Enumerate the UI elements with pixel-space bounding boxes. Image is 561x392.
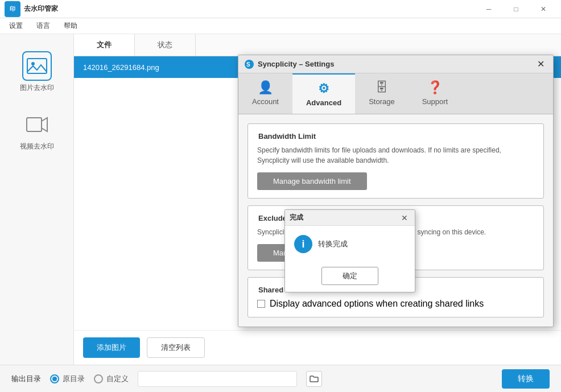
storage-icon: 🗄 (376, 80, 388, 95)
tab-account[interactable]: 👤 Account (238, 73, 292, 114)
tab-storage-label: Storage (369, 97, 395, 106)
tab-advanced[interactable]: ⚙ Advanced (292, 73, 355, 114)
shared-checkbox-label: Display advanced options when creating s… (270, 299, 484, 309)
bandwidth-section: Bandwidth Limit Specify bandwidth limits… (248, 123, 544, 199)
settings-tabs: 👤 Account ⚙ Advanced 🗄 Storage ❓ Support (238, 73, 553, 114)
completion-footer: 确定 (285, 262, 415, 292)
advanced-icon: ⚙ (318, 81, 329, 96)
bandwidth-description: Specify bandwidth limits for file upload… (257, 145, 534, 166)
svg-text:S: S (246, 61, 250, 68)
info-icon: i (294, 235, 312, 253)
completion-dialog: 完成 ✕ i 转换完成 确定 (284, 209, 415, 292)
tab-support[interactable]: ❓ Support (409, 73, 462, 114)
shared-checkbox-row: Display advanced options when creating s… (257, 299, 534, 309)
completion-body: i 转换完成 (285, 226, 415, 262)
tab-advanced-label: Advanced (306, 98, 341, 107)
settings-close-button[interactable]: ✕ (534, 57, 547, 71)
dialog-overlay: S Syncplicity – Settings ✕ 👤 Account ⚙ A… (0, 0, 561, 392)
bandwidth-title: Bandwidth Limit (257, 132, 534, 141)
ok-button[interactable]: 确定 (321, 267, 378, 285)
tab-support-label: Support (422, 97, 448, 106)
completion-message: 转换完成 (318, 239, 348, 249)
advanced-options-checkbox[interactable] (257, 300, 265, 308)
syncplicity-logo-icon: S (244, 59, 254, 69)
manage-bandwidth-button[interactable]: Manage bandwidth limit (257, 172, 367, 190)
settings-title-bar: S Syncplicity – Settings ✕ (238, 55, 553, 73)
tab-storage[interactable]: 🗄 Storage (355, 73, 409, 114)
support-icon: ❓ (427, 80, 443, 95)
completion-title-text: 完成 (290, 213, 303, 222)
completion-close-button[interactable]: ✕ (399, 212, 410, 224)
account-icon: 👤 (258, 80, 273, 95)
completion-title-bar: 完成 ✕ (285, 210, 415, 226)
tab-account-label: Account (252, 97, 279, 106)
settings-dialog-title: S Syncplicity – Settings (244, 59, 334, 69)
app-window: 印 去水印管家 ─ □ ✕ 设置 语言 帮助 图 (0, 0, 561, 392)
